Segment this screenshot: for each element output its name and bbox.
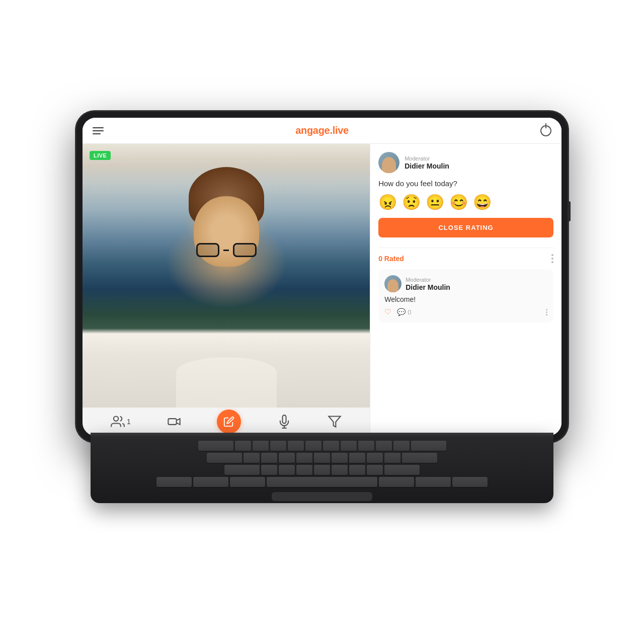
hamburger-line-3 [93, 133, 101, 134]
key-cmd-l [230, 477, 265, 487]
key-f [296, 453, 312, 463]
mic-button[interactable] [277, 415, 291, 429]
mic-icon [277, 415, 291, 429]
heart-icon: ♡ [384, 307, 391, 316]
hamburger-line-2 [93, 130, 104, 131]
video-toggle-button[interactable] [167, 415, 181, 429]
close-rating-button[interactable]: CLOSE RATING [378, 218, 553, 237]
key-m [367, 465, 383, 475]
key-ctrl [156, 477, 192, 487]
key-ctrl-r [452, 477, 488, 487]
moderator-info: Moderator Didier Moulin [405, 155, 553, 170]
glasses-left [196, 243, 219, 257]
key-h [332, 453, 348, 463]
key-j [349, 453, 365, 463]
moderator-header: Moderator Didier Moulin [378, 152, 553, 173]
message-card: Moderator Didier Moulin Welcome! ♡ [378, 269, 553, 323]
moderator-name: Didier Moulin [405, 162, 553, 170]
scene: angage.live [0, 0, 644, 644]
key-i [358, 441, 374, 451]
key-backspace [411, 441, 446, 451]
msg-dot-2 [546, 311, 547, 313]
message-header: Moderator Didier Moulin [384, 275, 547, 292]
moderator-role-label: Moderator [405, 155, 553, 162]
message-actions: ♡ 💬 0 [384, 307, 547, 316]
emoji-sad[interactable]: 😟 [402, 195, 421, 210]
divider [378, 248, 553, 248]
svg-marker-4 [329, 417, 341, 427]
participants-icon [111, 415, 125, 429]
key-t [305, 441, 321, 451]
rated-section: 0 Rated [378, 254, 553, 263]
like-button[interactable]: ♡ [384, 307, 391, 316]
video-icon [167, 415, 181, 429]
key-s [261, 453, 277, 463]
key-y [323, 441, 339, 451]
glasses-bridge [223, 250, 229, 251]
message-author-name: Didier Moulin [406, 283, 547, 291]
emoji-very-happy[interactable]: 😄 [473, 195, 492, 210]
comment-count: 0 [408, 308, 411, 316]
message-body: Welcome! [384, 295, 547, 303]
keyboard-touchpad[interactable] [272, 492, 372, 501]
key-x [279, 465, 295, 475]
participants-button[interactable]: 1 [111, 415, 131, 429]
key-u [341, 441, 357, 451]
key-q [235, 441, 251, 451]
key-a [244, 453, 260, 463]
key-o [376, 441, 392, 451]
person-glasses [196, 243, 257, 257]
message-more-options[interactable] [546, 309, 547, 315]
key-c [296, 465, 312, 475]
avatar-face [382, 157, 396, 173]
hamburger-menu-button[interactable] [93, 127, 104, 134]
person-shirt [176, 357, 277, 408]
emoji-rating-row: 😠 😟 😐 😊 😄 [378, 195, 553, 210]
key-tab [198, 441, 233, 451]
key-row-4 [99, 477, 545, 487]
key-row-1 [99, 441, 545, 451]
main-content: LIVE 1 [83, 144, 561, 436]
tablet-screen: angage.live [83, 118, 561, 436]
top-bar: angage.live [83, 118, 561, 144]
power-button[interactable] [540, 125, 551, 136]
filter-button[interactable] [328, 415, 342, 429]
poll-question: How do you feel today? [378, 179, 553, 188]
key-space [267, 477, 377, 487]
right-panel: Moderator Didier Moulin How do you feel … [370, 144, 561, 436]
svg-rect-1 [168, 419, 176, 425]
glasses-right [233, 243, 256, 257]
key-n [349, 465, 365, 475]
msg-dot-1 [546, 309, 547, 310]
message-author-info: Moderator Didier Moulin [406, 277, 547, 291]
keyboard-keys [91, 437, 553, 505]
emoji-neutral[interactable]: 😐 [426, 195, 444, 210]
message-avatar-face [387, 279, 398, 292]
key-v [314, 465, 330, 475]
touchpad-row [99, 492, 545, 501]
moderator-avatar [378, 152, 399, 173]
side-button[interactable] [569, 201, 571, 221]
key-w [253, 441, 269, 451]
key-row-2 [99, 453, 545, 463]
tablet-shell: angage.live [75, 111, 569, 443]
comment-button[interactable]: 💬 0 [397, 308, 411, 316]
main-action-button[interactable] [217, 410, 241, 434]
key-r [288, 441, 304, 451]
emoji-happy[interactable]: 😊 [449, 195, 468, 210]
msg-dot-3 [546, 314, 547, 315]
comment-icon: 💬 [397, 308, 406, 316]
keyboard-base [91, 433, 553, 503]
key-option [193, 477, 228, 487]
rated-more-options[interactable] [551, 254, 553, 263]
key-d [279, 453, 295, 463]
app-logo: angage.live [295, 125, 349, 136]
key-option-r [416, 477, 451, 487]
key-enter [402, 453, 437, 463]
hamburger-line-1 [93, 127, 104, 128]
message-avatar [384, 275, 401, 292]
key-p [393, 441, 410, 451]
video-panel: LIVE 1 [83, 144, 370, 436]
emoji-angry[interactable]: 😠 [378, 195, 397, 210]
key-k [367, 453, 383, 463]
